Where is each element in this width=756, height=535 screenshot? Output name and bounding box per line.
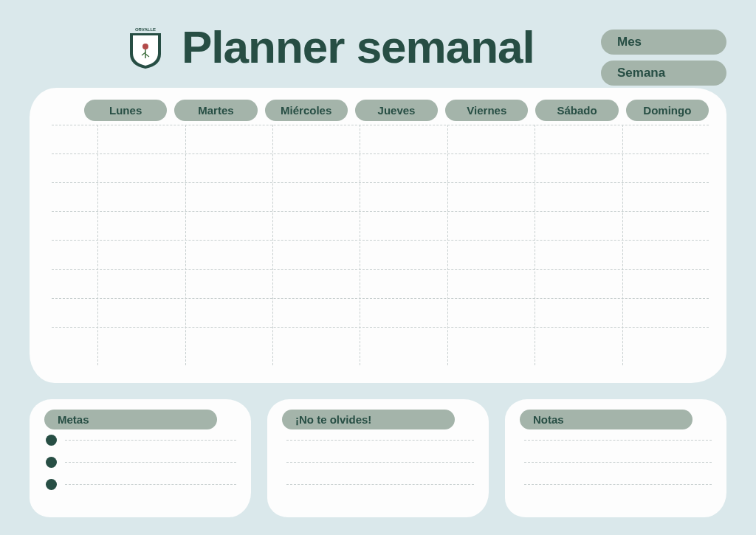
day-header: Domingo xyxy=(626,100,709,121)
goals-card: Metas xyxy=(30,399,251,517)
goals-lines[interactable] xyxy=(65,440,236,506)
day-header: Miércoles xyxy=(265,100,348,121)
svg-point-1 xyxy=(142,44,148,49)
month-pill[interactable]: Mes xyxy=(601,30,726,55)
reminder-card: ¡No te olvides! xyxy=(267,399,489,517)
goals-header: Metas xyxy=(44,410,217,429)
period-pills: Mes Semana xyxy=(601,30,726,86)
day-header: Sábado xyxy=(535,100,618,121)
week-board: Lunes Martes Miércoles Jueves Viernes Sá… xyxy=(30,88,726,383)
day-header: Lunes xyxy=(84,100,167,121)
bullet-icon xyxy=(46,435,57,446)
reminder-header: ¡No te olvides! xyxy=(282,410,455,429)
day-header: Viernes xyxy=(445,100,528,121)
bullet-icon xyxy=(46,479,57,490)
notes-lines[interactable] xyxy=(524,440,712,506)
reminder-lines[interactable] xyxy=(286,440,474,506)
day-header: Martes xyxy=(174,100,257,121)
day-header: Jueves xyxy=(355,100,438,121)
svg-text:ORVALLE: ORVALLE xyxy=(135,27,156,32)
notes-header: Notas xyxy=(520,410,693,429)
bottom-cards: Metas ¡No te olvides! Notas xyxy=(30,399,726,517)
school-logo-icon: ORVALLE xyxy=(126,24,165,70)
bullet-icon xyxy=(46,457,57,468)
planner-grid[interactable] xyxy=(52,125,709,365)
week-pill[interactable]: Semana xyxy=(601,61,726,86)
page-title: Planner semanal xyxy=(182,21,535,73)
day-headers: Lunes Martes Miércoles Jueves Viernes Sá… xyxy=(84,100,709,121)
notes-card: Notas xyxy=(505,399,726,517)
